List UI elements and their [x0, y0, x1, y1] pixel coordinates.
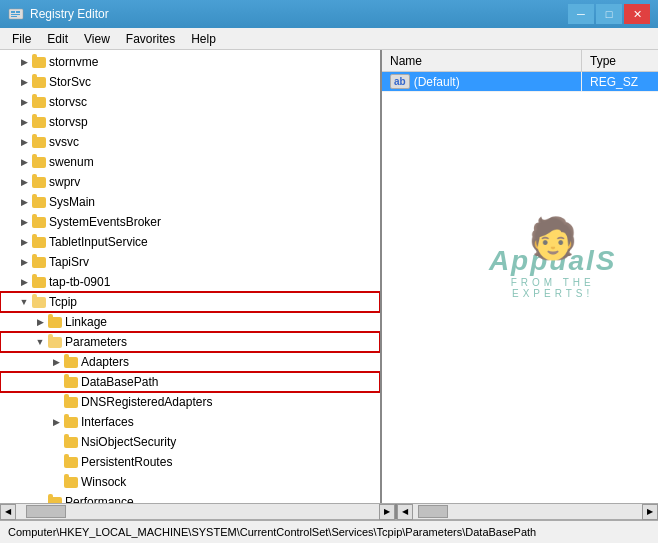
- tree-item-swenum[interactable]: ▶ swenum: [0, 152, 380, 172]
- expander-icon[interactable]: ▶: [48, 354, 64, 370]
- expander-icon[interactable]: ▶: [16, 194, 32, 210]
- tree-label: Linkage: [65, 315, 107, 329]
- tree-item-parameters[interactable]: ▼ Parameters: [0, 332, 380, 352]
- tree-label: Adapters: [81, 355, 129, 369]
- tree-label: DataBasePath: [81, 375, 158, 389]
- tree-item-svsvc[interactable]: ▶ svsvc: [0, 132, 380, 152]
- minimize-button[interactable]: ─: [568, 4, 594, 24]
- default-label: (Default): [414, 75, 460, 89]
- tree-item-winsock[interactable]: ▶ Winsock: [0, 472, 380, 492]
- close-button[interactable]: ✕: [624, 4, 650, 24]
- scroll-right-arrow[interactable]: ▶: [379, 504, 395, 520]
- tree-label: Tcpip: [49, 295, 77, 309]
- status-bar: Computer\HKEY_LOCAL_MACHINE\SYSTEM\Curre…: [0, 519, 658, 543]
- tree-item-interfaces[interactable]: ▶ Interfaces: [0, 412, 380, 432]
- tree-label: SystemEventsBroker: [49, 215, 161, 229]
- scroll-track[interactable]: [16, 504, 379, 519]
- ab-icon: ab: [390, 74, 410, 89]
- tree-label: storvsc: [49, 95, 87, 109]
- expander-icon[interactable]: ▶: [32, 314, 48, 330]
- scroll-left-arrow[interactable]: ◀: [0, 504, 16, 520]
- menu-favorites[interactable]: Favorites: [118, 29, 183, 49]
- tree-scroll[interactable]: ▶ stornvme ▶ StorSvc: [0, 50, 380, 503]
- tree-item-nsiobjectsecurity[interactable]: ▶ NsiObjectSecurity: [0, 432, 380, 452]
- expander-icon[interactable]: ▶: [16, 154, 32, 170]
- tree-item-storvsc[interactable]: ▶ storvsc: [0, 92, 380, 112]
- tree-label: TabletInputService: [49, 235, 148, 249]
- expander-icon[interactable]: ▶: [16, 94, 32, 110]
- tree-label: svsvc: [49, 135, 79, 149]
- right-content-scroll[interactable]: Name Type Data ab (Default) REG_SZ: [382, 50, 658, 503]
- svg-rect-4: [11, 16, 17, 17]
- menu-file[interactable]: File: [4, 29, 39, 49]
- expander-icon[interactable]: ▶: [16, 274, 32, 290]
- window-controls[interactable]: ─ □ ✕: [568, 4, 650, 24]
- svg-rect-1: [11, 11, 15, 13]
- tree-label: stornvme: [49, 55, 98, 69]
- tree-item-persistentroutes[interactable]: ▶ PersistentRoutes: [0, 452, 380, 472]
- expander-icon[interactable]: ▼: [32, 334, 48, 350]
- menu-edit[interactable]: Edit: [39, 29, 76, 49]
- tree-item-sysmain[interactable]: ▶ SysMain: [0, 192, 380, 212]
- tree-label: PersistentRoutes: [81, 455, 172, 469]
- tree-label: Winsock: [81, 475, 126, 489]
- tree-item-swprv[interactable]: ▶ swprv: [0, 172, 380, 192]
- menu-bar: File Edit View Favorites Help: [0, 28, 658, 50]
- tree-item-tapisrv[interactable]: ▶ TapiSrv: [0, 252, 380, 272]
- app-icon: [8, 6, 24, 22]
- tree-item-databasepath[interactable]: ▶ DataBasePath: [0, 372, 380, 392]
- tree-item-linkage[interactable]: ▶ Linkage: [0, 312, 380, 332]
- expander-icon[interactable]: ▶: [16, 254, 32, 270]
- tree-label: TapiSrv: [49, 255, 89, 269]
- right-hscroll[interactable]: ◀ ▶: [397, 504, 658, 519]
- tree-pane: ▶ stornvme ▶ StorSvc: [0, 50, 382, 503]
- status-path: Computer\HKEY_LOCAL_MACHINE\SYSTEM\Curre…: [8, 526, 536, 538]
- right-scroll-right-arrow[interactable]: ▶: [642, 504, 658, 520]
- menu-help[interactable]: Help: [183, 29, 224, 49]
- title-bar-left: Registry Editor: [8, 6, 109, 22]
- tree-item-storsvc[interactable]: ▶ StorSvc: [0, 72, 380, 92]
- tree-item-tap-tb-0901[interactable]: ▶ tap-tb-0901: [0, 272, 380, 292]
- expander-icon[interactable]: ▶: [16, 74, 32, 90]
- expander-icon[interactable]: ▶: [48, 414, 64, 430]
- tree-label: StorSvc: [49, 75, 91, 89]
- expander-icon[interactable]: ▼: [16, 294, 32, 310]
- expander-icon[interactable]: ▶: [16, 54, 32, 70]
- right-scroll-thumb[interactable]: [418, 505, 448, 518]
- tree-label: NsiObjectSecurity: [81, 435, 176, 449]
- tree-item-stornvme[interactable]: ▶ stornvme: [0, 52, 380, 72]
- menu-view[interactable]: View: [76, 29, 118, 49]
- left-hscroll[interactable]: ◀ ▶: [0, 504, 397, 519]
- svg-rect-2: [16, 11, 20, 13]
- tree-label: tap-tb-0901: [49, 275, 110, 289]
- tree-item-tcpip[interactable]: ▼ Tcpip: [0, 292, 380, 312]
- tree-label: Performance: [65, 495, 134, 503]
- tree-label: Interfaces: [81, 415, 134, 429]
- tree-label: DNSRegisteredAdapters: [81, 395, 212, 409]
- registry-row-default[interactable]: ab (Default) REG_SZ: [382, 72, 658, 92]
- expander-icon[interactable]: ▶: [16, 114, 32, 130]
- expander-icon[interactable]: ▶: [16, 134, 32, 150]
- col-name-header: Name: [382, 50, 582, 71]
- reg-name-cell[interactable]: ab (Default): [382, 72, 582, 91]
- tree-label: SysMain: [49, 195, 95, 209]
- expander-icon[interactable]: ▶: [16, 234, 32, 250]
- tree-container: ▶ stornvme ▶ StorSvc: [0, 50, 380, 503]
- svg-rect-3: [11, 14, 20, 15]
- tree-item-storvsp[interactable]: ▶ storvsp: [0, 112, 380, 132]
- tree-item-dnsregisteredadapters[interactable]: ▶ DNSRegisteredAdapters: [0, 392, 380, 412]
- right-scroll-left-arrow[interactable]: ◀: [397, 504, 413, 520]
- reg-type-cell: REG_SZ: [582, 73, 658, 91]
- tree-label: swprv: [49, 175, 80, 189]
- maximize-button[interactable]: □: [596, 4, 622, 24]
- expander-icon[interactable]: ▶: [16, 214, 32, 230]
- tree-item-systemeventbroker[interactable]: ▶ SystemEventsBroker: [0, 212, 380, 232]
- scroll-thumb[interactable]: [26, 505, 66, 518]
- tree-item-performance[interactable]: ▶ Performance: [0, 492, 380, 503]
- right-scroll-track[interactable]: [413, 504, 642, 519]
- tree-item-tabletinputservice[interactable]: ▶ TabletInputService: [0, 232, 380, 252]
- tree-item-adapters[interactable]: ▶ Adapters: [0, 352, 380, 372]
- registry-values-pane: AppualS FROM THE EXPERTS! 🧑 Name Type Da…: [382, 50, 658, 503]
- expander-icon[interactable]: ▶: [16, 174, 32, 190]
- tree-label: swenum: [49, 155, 94, 169]
